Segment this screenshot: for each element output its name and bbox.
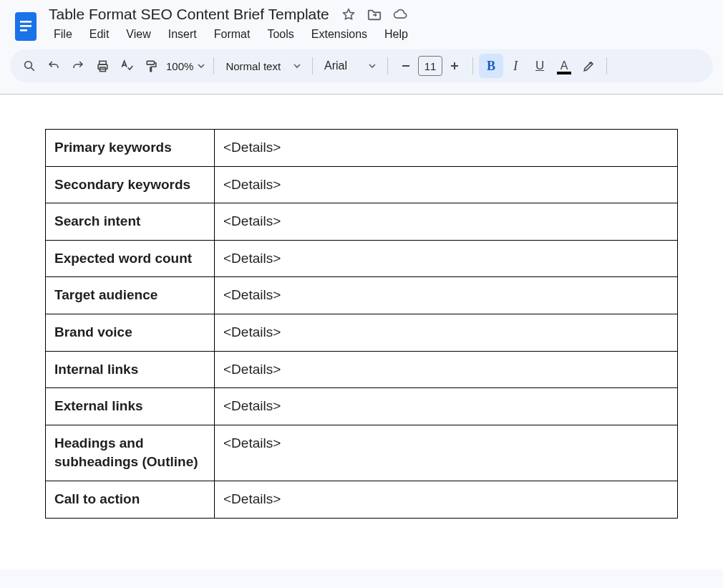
svg-rect-8 [147,61,154,64]
menu-format[interactable]: Format [208,25,257,44]
row-value[interactable]: <Details> [215,388,678,425]
table-row[interactable]: Primary keywords<Details> [46,130,678,167]
spellcheck-button[interactable] [115,54,139,78]
row-label[interactable]: Expected word count [46,240,215,277]
row-label[interactable]: Target audience [46,277,215,314]
font-size-input[interactable] [418,56,442,76]
row-value[interactable]: <Details> [215,351,678,388]
chevron-down-icon [198,62,205,69]
font-family-dropdown[interactable]: Arial [319,59,382,72]
table-row[interactable]: Brand voice<Details> [46,314,678,351]
underline-icon: U [535,59,544,73]
document-title[interactable]: Table Format SEO Content Brief Template [47,5,331,24]
row-value[interactable]: <Details> [215,277,678,314]
menu-bar: File Edit View Insert Format Tools Exten… [47,25,414,44]
row-label[interactable]: Secondary keywords [46,166,215,203]
italic-button[interactable]: I [503,54,528,78]
decrease-font-size-button[interactable] [394,54,418,78]
zoom-value: 100% [166,60,193,72]
docs-logo[interactable] [11,8,40,45]
row-value[interactable]: <Details> [215,314,678,351]
bold-icon: B [487,59,495,74]
menu-help[interactable]: Help [378,25,414,44]
row-value[interactable]: <Details> [215,240,678,277]
row-value[interactable]: <Details> [215,130,678,167]
zoom-dropdown[interactable]: 100% [163,60,208,72]
row-value[interactable]: <Details> [215,425,678,481]
toolbar: 100% Normal text Arial [10,49,713,82]
row-label[interactable]: External links [46,388,215,425]
row-label[interactable]: Headings and subheadings (Outline) [46,425,215,481]
menu-insert[interactable]: Insert [162,25,203,44]
row-value[interactable]: <Details> [215,481,678,518]
row-label[interactable]: Search intent [46,203,215,241]
table-row[interactable]: Target audience<Details> [46,277,678,314]
menu-extensions[interactable]: Extensions [305,25,374,44]
font-family-value: Arial [324,59,347,72]
svg-rect-2 [20,25,31,27]
font-size-control [394,54,467,78]
table-row[interactable]: Call to action<Details> [46,481,678,518]
toolbar-container: 100% Normal text Arial [0,45,723,95]
document-page[interactable]: Primary keywords<Details>Secondary keywo… [45,129,678,519]
row-value[interactable]: <Details> [215,203,678,241]
chevron-down-icon [293,62,301,69]
menu-edit[interactable]: Edit [83,25,116,44]
underline-button[interactable]: U [528,54,552,78]
toolbar-separator [472,57,473,74]
menu-view[interactable]: View [120,25,157,44]
redo-button[interactable] [66,54,90,78]
svg-rect-3 [20,29,27,32]
paint-format-button[interactable] [139,54,163,78]
menu-file[interactable]: File [47,25,79,44]
toolbar-separator [213,57,214,74]
move-to-folder-icon[interactable] [367,6,382,22]
content-brief-table[interactable]: Primary keywords<Details>Secondary keywo… [45,129,678,519]
chevron-down-icon [369,62,376,69]
header-bar: Table Format SEO Content Brief Template … [0,0,723,45]
toolbar-separator [312,57,313,74]
table-row[interactable]: Headings and subheadings (Outline)<Detai… [46,425,678,481]
row-value[interactable]: <Details> [215,166,678,203]
search-menus-button[interactable] [17,54,42,78]
paragraph-style-dropdown[interactable]: Normal text [220,60,306,72]
table-row[interactable]: External links<Details> [46,388,678,425]
table-row[interactable]: Search intent<Details> [46,203,678,241]
text-color-button[interactable]: A [552,54,576,78]
bold-button[interactable]: B [479,54,503,78]
highlight-color-button[interactable] [576,54,601,78]
svg-rect-1 [20,21,31,23]
undo-button[interactable] [42,54,66,78]
paragraph-style-value: Normal text [225,60,281,72]
document-canvas[interactable]: Primary keywords<Details>Secondary keywo… [0,95,723,569]
toolbar-separator [387,57,388,74]
row-label[interactable]: Internal links [46,351,215,388]
text-color-icon: A [557,59,571,72]
row-label[interactable]: Brand voice [46,314,215,351]
header-titles: Table Format SEO Content Brief Template … [47,5,414,44]
increase-font-size-button[interactable] [442,54,467,78]
toolbar-separator [606,57,607,74]
row-label[interactable]: Primary keywords [46,130,215,167]
table-row[interactable]: Secondary keywords<Details> [46,166,678,203]
italic-icon: I [513,58,518,74]
row-label[interactable]: Call to action [46,481,215,518]
menu-tools[interactable]: Tools [261,25,300,44]
table-row[interactable]: Internal links<Details> [46,351,678,388]
svg-point-4 [25,62,32,69]
table-row[interactable]: Expected word count<Details> [46,240,678,277]
star-icon[interactable] [341,6,356,22]
print-button[interactable] [90,54,115,78]
cloud-status-icon[interactable] [392,6,408,22]
